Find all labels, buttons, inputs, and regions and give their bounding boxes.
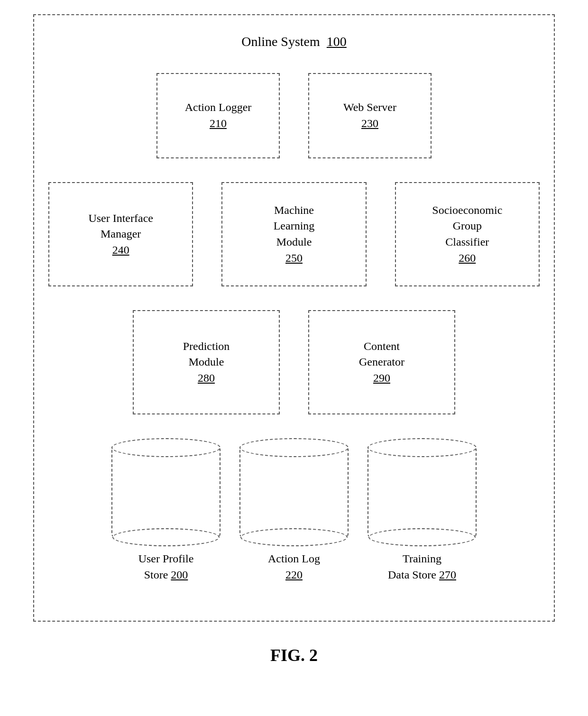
cylinder-body-3 bbox=[368, 448, 477, 538]
training-data-store-label: TrainingData Store 270 bbox=[388, 551, 456, 583]
action-log-cylinder bbox=[239, 438, 349, 546]
diagram-container: Online System 100 Action Logger 210 Web … bbox=[33, 14, 555, 622]
ui-manager-number: 240 bbox=[112, 242, 129, 258]
socioeconomic-box: SocioeconomicGroupClassifier 260 bbox=[395, 182, 540, 286]
cylinder-top-1 bbox=[111, 438, 220, 457]
cylinder-bottom-1 bbox=[112, 528, 220, 546]
title-text: Online System bbox=[241, 34, 320, 49]
cylinder-bottom-3 bbox=[368, 528, 476, 546]
ml-module-box: MachineLearningModule 250 bbox=[221, 182, 366, 286]
action-logger-number: 210 bbox=[210, 116, 227, 132]
cylinder-body-2 bbox=[239, 448, 349, 538]
title-number: 100 bbox=[327, 34, 347, 49]
prediction-module-number: 280 bbox=[198, 370, 215, 386]
cylinder-bottom-2 bbox=[240, 528, 348, 546]
training-data-store-wrapper: TrainingData Store 270 bbox=[368, 438, 477, 583]
action-log-label: Action Log220 bbox=[268, 551, 320, 583]
action-log-number: 220 bbox=[285, 569, 303, 581]
content-generator-label: ContentGenerator bbox=[359, 339, 404, 370]
action-logger-box: Action Logger 210 bbox=[156, 73, 280, 158]
action-logger-label: Action Logger bbox=[185, 100, 252, 116]
figure-label: FIG. 2 bbox=[270, 645, 318, 665]
ui-manager-label: User InterfaceManager bbox=[88, 211, 153, 242]
content-generator-box: ContentGenerator 290 bbox=[308, 310, 455, 414]
socioeconomic-label: SocioeconomicGroupClassifier bbox=[432, 202, 502, 250]
web-server-number: 230 bbox=[361, 116, 378, 132]
row-1: Action Logger 210 Web Server 230 bbox=[48, 73, 540, 158]
diagram-title: Online System 100 bbox=[48, 34, 540, 49]
socioeconomic-number: 260 bbox=[459, 250, 476, 266]
cylinder-top-3 bbox=[368, 438, 477, 457]
user-profile-store-number: 200 bbox=[171, 569, 188, 581]
cylinder-body-1 bbox=[111, 448, 220, 538]
content-generator-number: 290 bbox=[373, 370, 390, 386]
row-2: User InterfaceManager 240 MachineLearnin… bbox=[48, 182, 540, 286]
action-log-wrapper: Action Log220 bbox=[239, 438, 349, 583]
user-profile-store-cylinder bbox=[111, 438, 220, 546]
ui-manager-box: User InterfaceManager 240 bbox=[48, 182, 193, 286]
ml-module-number: 250 bbox=[285, 250, 303, 266]
training-data-store-cylinder bbox=[368, 438, 477, 546]
prediction-module-box: PredictionModule 280 bbox=[133, 310, 280, 414]
prediction-module-label: PredictionModule bbox=[183, 339, 230, 370]
ml-module-label: MachineLearningModule bbox=[274, 202, 315, 250]
cylinder-top-2 bbox=[239, 438, 349, 457]
training-data-store-number: 270 bbox=[439, 569, 456, 581]
row-databases: User ProfileStore 200 Action Log220 Trai… bbox=[48, 438, 540, 583]
row-3: PredictionModule 280 ContentGenerator 29… bbox=[48, 310, 540, 414]
user-profile-store-label: User ProfileStore 200 bbox=[138, 551, 194, 583]
web-server-label: Web Server bbox=[343, 100, 396, 116]
web-server-box: Web Server 230 bbox=[308, 73, 432, 158]
user-profile-store-wrapper: User ProfileStore 200 bbox=[111, 438, 220, 583]
